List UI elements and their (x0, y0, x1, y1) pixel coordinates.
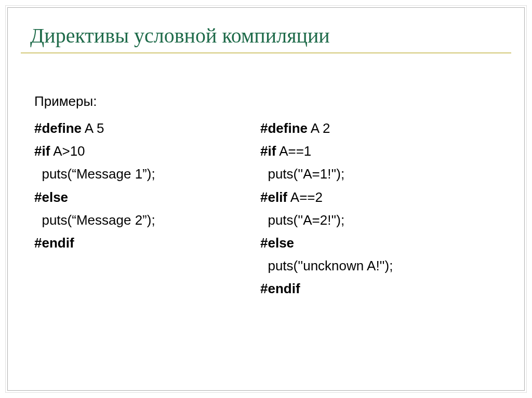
code-line: #endif (34, 231, 260, 254)
directive-define: #define (34, 120, 82, 136)
code-line: #define A 2 (260, 117, 511, 140)
directive-elif: #elif (260, 189, 287, 205)
title-underline (21, 52, 511, 53)
slide: Директивы условной компиляции Примеры: #… (0, 0, 532, 398)
code-line: puts(''A=1!''); (260, 162, 511, 185)
code-line: #else (34, 186, 260, 209)
code-line: puts(''uncknown A!''); (260, 254, 511, 277)
code-line: #if A==1 (260, 140, 511, 162)
directive-endif: #endif (260, 281, 300, 296)
code-example-right: #define A 2 #if A==1 puts(''A=1!''); #el… (260, 117, 511, 300)
code-line: puts(“Message 2”); (34, 209, 260, 231)
directive-define: #define (260, 120, 308, 136)
directive-else: #else (34, 189, 68, 205)
columns: #define A 5 #if A>10 puts(“Message 1”); … (34, 117, 511, 300)
slide-title: Директивы условной компиляции (30, 23, 330, 48)
code-line: #endif (260, 277, 511, 300)
code-text: A 5 (82, 120, 104, 136)
directive-if: #if (260, 143, 276, 159)
code-line: #define A 5 (34, 117, 260, 140)
content-area: Примеры: #define A 5 #if A>10 puts(“Mess… (34, 93, 511, 300)
code-line: #if A>10 (34, 140, 260, 162)
code-line: puts(“Message 1”); (34, 162, 260, 185)
code-text: A==1 (276, 143, 311, 159)
code-text: A==2 (287, 189, 323, 205)
directive-if: #if (34, 143, 50, 159)
code-text: A>10 (50, 143, 85, 159)
code-example-left: #define A 5 #if A>10 puts(“Message 1”); … (34, 117, 260, 300)
code-line: #else (260, 231, 511, 254)
code-text: A 2 (308, 120, 330, 136)
directive-endif: #endif (34, 235, 74, 251)
intro-label: Примеры: (34, 93, 511, 109)
code-line: puts(''A=2!''); (260, 209, 511, 231)
code-line: #elif A==2 (260, 186, 511, 209)
directive-else: #else (260, 235, 294, 251)
